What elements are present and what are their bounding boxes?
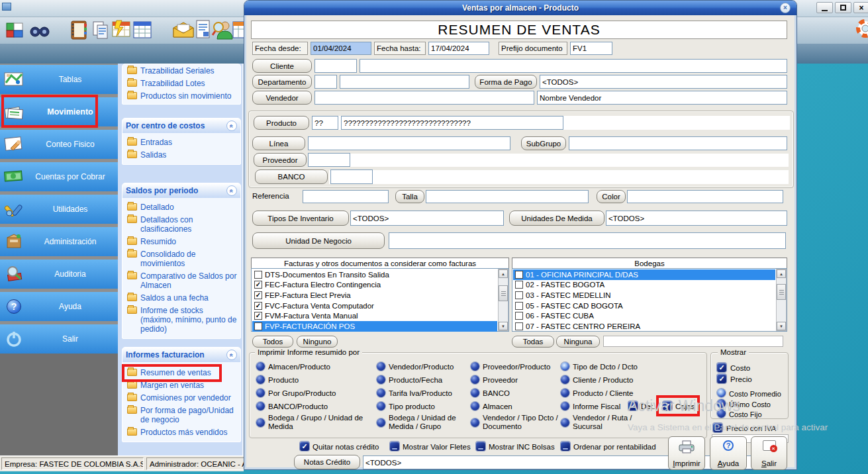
radio-tipo-producto[interactable] xyxy=(377,402,385,410)
nav-item[interactable]: Trazabilidad Seriales xyxy=(122,64,240,77)
unidad-negocio-input[interactable] xyxy=(389,232,786,249)
life-buoy-icon[interactable] xyxy=(855,19,868,40)
salir-button[interactable]: × Salir xyxy=(751,436,787,470)
cliente-name-input[interactable] xyxy=(360,59,787,73)
radio-label[interactable]: Almacen/Producto xyxy=(268,363,330,371)
color-button[interactable]: Color xyxy=(597,190,626,203)
scroll-down-icon[interactable]: ▼ xyxy=(777,322,786,330)
radio-producto-fecha[interactable] xyxy=(377,375,385,384)
ninguno-button[interactable]: Ninguno xyxy=(297,336,338,348)
costo-promedio-label[interactable]: Costo Promedio xyxy=(729,390,781,399)
radio-por-grupo-producto[interactable] xyxy=(256,389,265,397)
nav-item[interactable]: Salidas xyxy=(122,148,240,161)
sidebar-item-utilidades[interactable]: Utilidades xyxy=(0,195,118,224)
costo-fijo-label[interactable]: Costo Fijo xyxy=(729,410,762,419)
inc-bolsas-label[interactable]: Mostrar INC Bolsas xyxy=(489,443,555,451)
scroll-up-icon[interactable]: ▲ xyxy=(777,269,786,278)
tipos-inventario-input[interactable]: <TODOS> xyxy=(350,211,504,226)
radio-banco[interactable] xyxy=(471,389,479,397)
checkbox-icon[interactable]: ✓ xyxy=(515,302,523,310)
bodegas-item[interactable]: ✓05 - FASTEC CAD BOGOTA xyxy=(513,301,775,311)
costo-label[interactable]: Costo xyxy=(730,364,750,373)
nav-item[interactable]: Detallados con clasificaciones xyxy=(122,213,240,235)
unidades-medida-input[interactable]: <TODOS> xyxy=(606,211,787,226)
nav-item[interactable]: Entradas xyxy=(122,136,240,148)
nav-item[interactable]: Productos más vendidos xyxy=(122,426,240,438)
radio-label[interactable]: Bodega / Unidad de Medida / Grupo xyxy=(389,414,475,431)
radio-tipo-dcto-dcto-selected[interactable] xyxy=(561,362,569,371)
sidebar-item-movimiento[interactable]: Movimiento xyxy=(0,97,118,126)
radio-label[interactable]: Almacen xyxy=(483,403,512,411)
nav-group-header[interactable]: Por centro de costos« xyxy=(122,118,240,133)
scroll-thumb[interactable] xyxy=(499,285,508,301)
radio-producto[interactable] xyxy=(256,375,265,384)
quitar-notas-checkbox[interactable]: ✓ xyxy=(300,442,309,451)
facturas-item[interactable]: ✓FVC-Factura Venta Computador xyxy=(252,301,497,311)
nav-item[interactable]: Comparativo de Saldos por Almacen xyxy=(122,269,240,291)
radio-almacen[interactable] xyxy=(471,402,479,410)
radio-label[interactable]: Proveedor xyxy=(483,376,518,385)
scroll-down-icon[interactable]: ▼ xyxy=(499,322,508,330)
nav-group-header[interactable]: Saldos por periodo« xyxy=(122,183,240,198)
radio-cliente-producto[interactable] xyxy=(561,375,569,384)
vendedor-button[interactable]: Vendedor xyxy=(252,91,312,105)
ordenar-rentabilidad-label[interactable]: Ordenar por rentabilidad xyxy=(573,443,656,451)
ordenar-rentabilidad-checkbox[interactable]: ✓ xyxy=(561,442,570,451)
nav-item[interactable]: Trazabilidad Lotes xyxy=(122,77,240,89)
facturas-item-selected[interactable]: ✓FVP-FACTURACIÓN POS xyxy=(252,321,497,332)
linea-input[interactable] xyxy=(308,136,510,150)
cajas-label[interactable]: Cajas xyxy=(675,403,695,411)
talla-button[interactable]: Talla xyxy=(395,190,424,203)
sidebar-item-cuentas-por-cobrar[interactable]: Cuentas por Cobrar xyxy=(0,162,118,191)
sidebar-item-tablas[interactable]: Tablas xyxy=(0,65,118,94)
scroll-thumb[interactable] xyxy=(777,284,786,300)
radio-proveedor-producto[interactable] xyxy=(471,362,479,371)
precio-checkbox[interactable]: ✓ xyxy=(717,374,726,383)
radio-costo-promedio-selected[interactable] xyxy=(717,389,726,397)
nav-item[interactable]: Saldos a una fecha xyxy=(122,291,240,304)
radio-label[interactable]: Cliente / Producto xyxy=(573,376,633,385)
forma-de-pago-input[interactable]: <TODOS> xyxy=(540,75,787,89)
banco-code-input[interactable] xyxy=(330,169,373,184)
radio-proveedor[interactable] xyxy=(471,375,479,384)
referencia-input[interactable] xyxy=(303,190,389,203)
radio-informe-fiscal[interactable] xyxy=(561,402,569,410)
quitar-notas-label[interactable]: Quitar notas crédito xyxy=(313,443,379,451)
radio-label[interactable]: Producto / Cliente xyxy=(573,389,633,398)
checkbox-icon[interactable]: ✓ xyxy=(254,312,262,320)
document-icon[interactable] xyxy=(195,19,212,43)
radio-vendedor-tipo-dcto[interactable] xyxy=(471,418,479,427)
radio-bodega-unidad-grupo[interactable] xyxy=(377,418,385,427)
cajas-checkbox[interactable]: ✓ xyxy=(663,401,672,410)
radio-label[interactable]: Producto xyxy=(268,376,299,385)
table-grid-icon[interactable] xyxy=(132,20,152,42)
producto-desc-input[interactable]: ?????????????????????????????? xyxy=(341,116,563,130)
bodegas-item[interactable]: ✓06 - FASTEC CUBA xyxy=(513,310,775,321)
checkbox-icon[interactable]: ✓ xyxy=(254,302,262,310)
radio-banco-producto[interactable] xyxy=(256,402,265,410)
radio-label[interactable]: BANCO/Producto xyxy=(268,403,328,411)
bodegas-item[interactable]: ✓02 - FASTEC BOGOTA xyxy=(513,280,775,291)
bodegas-item[interactable]: ✓07 - FASTEC CENTRO PEREIRA xyxy=(513,321,775,332)
checkbox-icon[interactable]: ✓ xyxy=(515,322,523,330)
sidebar-item-ayuda[interactable]: ?Ayuda xyxy=(0,292,118,321)
facturas-item[interactable]: ✓FEP-Factura Elect Previa xyxy=(252,290,497,301)
radio-label[interactable]: Proveedor/Producto xyxy=(483,363,550,371)
checkbox-icon[interactable]: ✓ xyxy=(515,312,523,320)
radio-costo-fijo[interactable] xyxy=(717,409,726,418)
new-form-icon[interactable] xyxy=(5,20,25,42)
producto-code-input[interactable]: ?? xyxy=(312,116,338,130)
radio-almacen-producto[interactable] xyxy=(256,362,265,371)
departamento-code-input[interactable] xyxy=(314,75,337,89)
radio-label[interactable]: Producto/Fecha xyxy=(389,376,442,385)
radio-producto-cliente[interactable] xyxy=(561,389,569,397)
todas-button[interactable]: Todas xyxy=(512,336,554,348)
nav-item[interactable]: Por forma de pago/Unidad de negocio xyxy=(122,404,240,426)
nav-item-resumen-de-ventas[interactable]: Resumen de ventas xyxy=(122,366,240,379)
checkbox-icon[interactable]: ✓ xyxy=(254,322,262,330)
checkbox-icon[interactable]: ✓ xyxy=(515,281,523,289)
fecha-desde-input[interactable]: 01/04/2024 xyxy=(311,42,371,55)
address-book-icon[interactable] xyxy=(69,19,89,43)
ultimo-costo-label[interactable]: Último Costo xyxy=(729,401,771,409)
unidad-negocio-button[interactable]: Unidad De Negocio xyxy=(252,232,385,249)
